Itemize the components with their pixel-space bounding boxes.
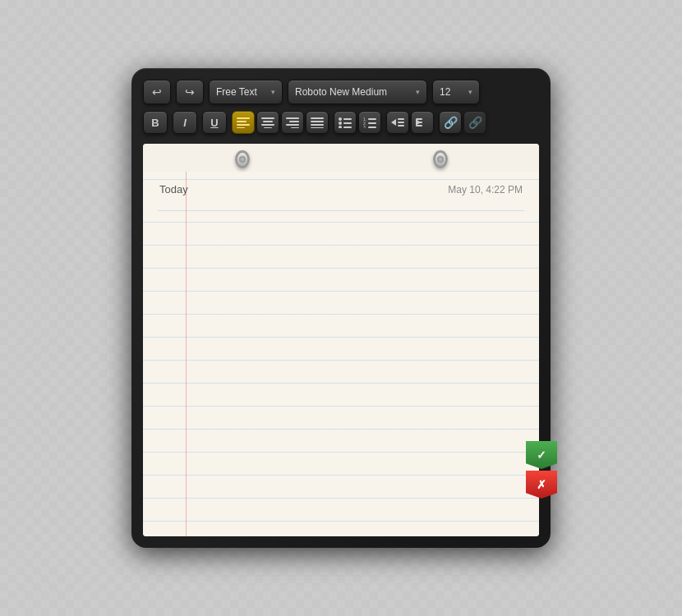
svg-rect-27 — [368, 126, 376, 128]
svg-rect-11 — [291, 127, 299, 128]
font-value: Roboto New Medium — [295, 86, 387, 98]
italic-button[interactable]: I — [173, 111, 197, 134]
indent-decrease-icon — [391, 117, 404, 128]
align-justify-icon — [311, 117, 324, 128]
svg-rect-7 — [264, 127, 272, 128]
font-size-value: 12 — [440, 86, 450, 98]
bold-button[interactable]: B — [143, 111, 168, 134]
toolbar-row2: B I U — [143, 111, 539, 134]
svg-rect-13 — [311, 121, 324, 122]
reject-bookmark[interactable]: ✗ — [526, 471, 557, 499]
align-left-button[interactable] — [232, 111, 255, 134]
redo-button[interactable]: ↪ — [176, 80, 204, 104]
reject-icon: ✗ — [537, 478, 546, 491]
ring-right — [433, 150, 448, 168]
list-bullet-button[interactable] — [334, 111, 357, 134]
paper-wrapper: Today May 10, 4:22 PM — [143, 144, 539, 536]
indent-group — [386, 111, 434, 134]
accept-icon: ✓ — [537, 448, 546, 462]
align-center-icon — [261, 117, 274, 128]
svg-point-20 — [339, 126, 342, 128]
svg-rect-23 — [368, 118, 376, 120]
paper-date-today: Today — [159, 183, 188, 195]
align-center-button[interactable] — [256, 111, 279, 134]
paper-text-area[interactable] — [158, 211, 524, 523]
svg-point-18 — [339, 122, 342, 125]
svg-point-16 — [339, 117, 342, 121]
svg-rect-15 — [311, 127, 324, 128]
svg-rect-29 — [398, 118, 404, 120]
text-type-dropdown[interactable]: Free Text ▾ — [209, 80, 283, 104]
svg-rect-10 — [286, 124, 299, 126]
svg-rect-2 — [237, 124, 250, 126]
svg-rect-4 — [261, 117, 274, 119]
svg-text:3.: 3. — [363, 125, 366, 128]
unlink-icon: 🔗 — [468, 116, 482, 129]
notebook-container: ↩ ↪ Free Text ▾ Roboto New Medium ▾ 12 ▾… — [131, 68, 551, 548]
paper-header: Today May 10, 4:22 PM — [158, 178, 524, 211]
svg-rect-25 — [368, 122, 376, 124]
link-button[interactable]: 🔗 — [439, 111, 462, 134]
unlink-button[interactable]: 🔗 — [463, 111, 486, 134]
text-type-value: Free Text — [216, 86, 257, 98]
svg-rect-31 — [398, 125, 404, 126]
svg-rect-34 — [416, 122, 422, 123]
svg-rect-1 — [237, 121, 247, 122]
list-group: 1. 2. 3. — [334, 111, 381, 134]
paper-date-timestamp: May 10, 4:22 PM — [448, 184, 523, 195]
indent-increase-button[interactable] — [411, 111, 434, 134]
bookmarks: ✓ ✗ — [526, 441, 557, 499]
font-size-chevron: ▾ — [468, 88, 472, 96]
link-icon: 🔗 — [444, 116, 458, 129]
svg-marker-28 — [391, 119, 396, 126]
indent-increase-icon — [416, 117, 429, 128]
svg-rect-3 — [237, 127, 245, 128]
toolbar-row1: ↩ ↪ Free Text ▾ Roboto New Medium ▾ 12 ▾ — [143, 80, 539, 104]
underline-button[interactable]: U — [202, 111, 227, 134]
undo-button[interactable]: ↩ — [143, 80, 171, 104]
align-right-button[interactable] — [281, 111, 304, 134]
svg-rect-21 — [343, 126, 352, 128]
align-left-icon — [237, 117, 250, 128]
align-right-icon — [286, 117, 299, 128]
align-justify-button[interactable] — [306, 111, 329, 134]
text-type-chevron: ▾ — [271, 88, 275, 96]
svg-rect-35 — [416, 125, 422, 126]
alignment-group — [232, 111, 329, 134]
link-group: 🔗 🔗 — [439, 111, 486, 134]
svg-rect-0 — [237, 117, 250, 119]
svg-rect-5 — [263, 121, 273, 122]
paper-content[interactable]: Today May 10, 4:22 PM — [143, 172, 539, 536]
svg-rect-33 — [416, 118, 422, 120]
font-size-dropdown[interactable]: 12 ▾ — [432, 80, 480, 104]
font-chevron: ▾ — [416, 88, 420, 96]
svg-rect-17 — [343, 118, 352, 120]
list-bullet-icon — [339, 117, 352, 128]
svg-rect-12 — [311, 117, 324, 119]
rings-bar — [143, 144, 539, 172]
svg-rect-6 — [261, 124, 274, 126]
ring-left — [235, 150, 250, 168]
list-number-button[interactable]: 1. 2. 3. — [358, 111, 381, 134]
indent-decrease-button[interactable] — [386, 111, 409, 134]
font-dropdown[interactable]: Roboto New Medium ▾ — [288, 80, 427, 104]
list-number-icon: 1. 2. 3. — [363, 117, 376, 128]
svg-rect-14 — [311, 124, 324, 126]
svg-rect-19 — [343, 122, 352, 124]
svg-rect-30 — [398, 122, 404, 123]
accept-bookmark[interactable]: ✓ — [526, 441, 557, 469]
svg-rect-9 — [289, 121, 299, 122]
svg-rect-8 — [286, 117, 299, 119]
